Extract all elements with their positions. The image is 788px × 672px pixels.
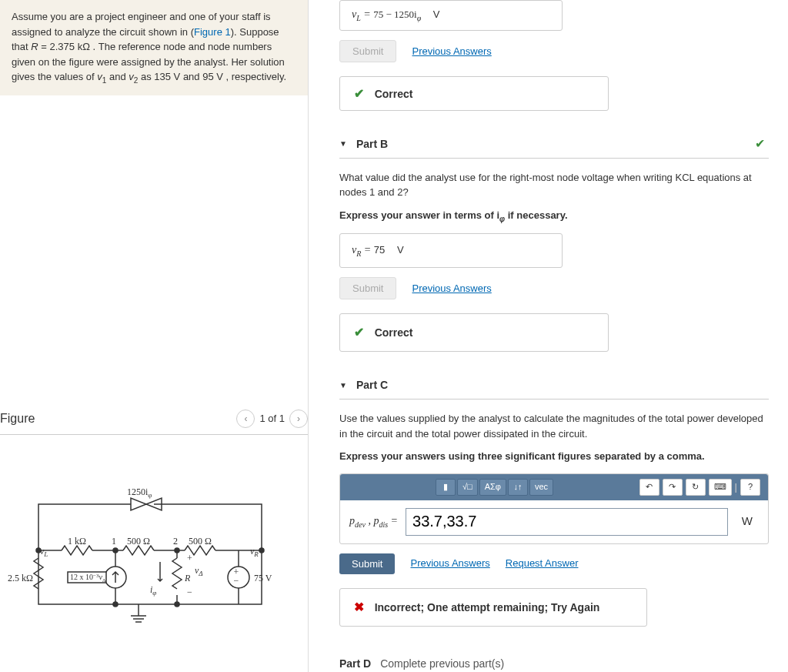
svg-text:vΔ: vΔ	[195, 565, 203, 577]
part-d-label: Part D	[339, 657, 371, 670]
part-b-instruction: What value did the analyst use for the r…	[339, 170, 769, 200]
previous-answers-link[interactable]: Previous Answers	[412, 281, 491, 296]
top-answer-section: vL = 75 − 1250iφ V Submit Previous Answe…	[339, 0, 769, 111]
previous-answers-link[interactable]: Previous Answers	[410, 556, 489, 571]
r-var: R	[31, 41, 38, 52]
svg-text:1 kΩ: 1 kΩ	[68, 536, 86, 547]
problem-text: as 135	[138, 71, 173, 82]
check-icon: ✔	[755, 136, 765, 151]
right-column: vL = 75 − 1250iφ V Submit Previous Answe…	[308, 0, 788, 672]
problem-text: = 2.375	[38, 41, 78, 52]
x-icon: ✖	[354, 600, 364, 613]
feedback-text: Correct	[375, 326, 413, 339]
part-b-bold: Express your answer in terms of iφ if ne…	[339, 208, 769, 225]
part-d-row: Part D Complete previous part(s)	[339, 646, 769, 672]
keyboard-button[interactable]: ⌨	[709, 479, 732, 496]
part-d-text: Complete previous part(s)	[380, 657, 504, 670]
svg-text:+: +	[187, 553, 192, 563]
submit-row: Submit Previous Answers Request Answer	[339, 553, 769, 574]
part-b-title: Part B	[356, 138, 388, 150]
unit: V	[174, 71, 181, 82]
svg-point-5	[113, 548, 118, 553]
svg-point-9	[113, 602, 118, 607]
check-icon: ✔	[354, 87, 364, 100]
next-figure-button[interactable]: ›	[289, 410, 308, 428]
svg-point-8	[259, 548, 264, 553]
figure-header: Figure ‹ 1 of 1 ›	[0, 403, 308, 435]
submit-button[interactable]: Submit	[339, 40, 396, 62]
svg-text:1: 1	[112, 536, 116, 547]
tool-sqrt[interactable]: √□	[457, 479, 478, 496]
svg-text:1250iφ: 1250iφ	[127, 486, 152, 499]
equation-editor: ▮ √□ ΑΣφ ↓↑ vec ↶ ↷ ↻ ⌨ | ?	[339, 473, 769, 544]
submit-row: Submit Previous Answers	[339, 277, 769, 299]
svg-text:75 V: 75 V	[254, 573, 272, 583]
tool-arrows[interactable]: ↓↑	[508, 479, 528, 496]
svg-text:−: −	[234, 575, 239, 586]
svg-text:2.5 kΩ: 2.5 kΩ	[8, 573, 33, 583]
feedback-correct: ✔ Correct	[339, 313, 609, 352]
tool-greek[interactable]: ΑΣφ	[479, 479, 506, 496]
unit: kΩ	[78, 41, 90, 52]
feedback-correct: ✔ Correct	[339, 76, 609, 111]
equation-toolbar: ▮ √□ ΑΣφ ↓↑ vec ↶ ↷ ↻ ⌨ | ?	[340, 474, 768, 500]
svg-marker-0	[131, 498, 146, 510]
submit-button[interactable]: Submit	[339, 553, 395, 574]
answer-input[interactable]	[406, 508, 728, 536]
tool-vec[interactable]: vec	[529, 479, 553, 496]
check-icon: ✔	[354, 326, 364, 339]
svg-text:2: 2	[173, 536, 178, 547]
figure-count: 1 of 1	[259, 413, 285, 424]
undo-button[interactable]: ↶	[639, 479, 659, 496]
svg-text:−: −	[187, 587, 192, 597]
submit-button[interactable]: Submit	[339, 277, 396, 299]
caret-down-icon: ▼	[339, 381, 347, 389]
feedback-incorrect: ✖ Incorrect; One attempt remaining; Try …	[339, 588, 647, 627]
unit-label: W	[736, 513, 759, 530]
svg-point-10	[175, 602, 179, 607]
request-answer-link[interactable]: Request Answer	[506, 556, 579, 571]
svg-text:iφ: iφ	[150, 584, 156, 597]
tool-templates[interactable]: ▮	[436, 479, 456, 496]
svg-text:500 Ω: 500 Ω	[189, 536, 212, 547]
equation-input-row: pdev , pdis = W	[340, 500, 768, 543]
svg-text:R: R	[184, 573, 191, 583]
part-c-instruction: Use the values supplied by the analyst t…	[339, 411, 769, 441]
feedback-text: Correct	[375, 88, 413, 100]
part-c-section: ▼ Part C Use the values supplied by the …	[339, 371, 769, 627]
part-b-section: ▼ Part B ✔ What value did the analyst us…	[339, 130, 769, 352]
svg-text:500 Ω: 500 Ω	[127, 536, 150, 547]
problem-text: , respectively.	[223, 71, 286, 82]
figure-title: Figure	[0, 412, 35, 426]
svg-text:vL: vL	[40, 546, 48, 558]
part-c-header[interactable]: ▼ Part C	[339, 371, 769, 400]
part-b-header[interactable]: ▼ Part B ✔	[339, 130, 769, 159]
problem-text: and	[106, 71, 129, 82]
left-column: Assume you are a project engineer and on…	[0, 0, 308, 672]
feedback-text: Incorrect; One attempt remaining; Try Ag…	[375, 601, 600, 613]
part-c-body: Use the values supplied by the analyst t…	[339, 400, 769, 627]
main-container: Assume you are a project engineer and on…	[0, 0, 788, 672]
redo-button[interactable]: ↷	[663, 479, 683, 496]
answer-display-vr: vR = 75 V	[339, 233, 563, 268]
circuit-diagram: 1250iφ 1 kΩ 1 500 Ω 2 500 Ω vL vR 2.5 kΩ…	[0, 473, 308, 645]
equation-label: pdev , pdis =	[349, 513, 398, 530]
figure-section: Figure ‹ 1 of 1 ›	[0, 403, 308, 645]
prev-figure-button[interactable]: ‹	[236, 410, 255, 428]
svg-text:vR: vR	[250, 546, 259, 558]
svg-point-6	[175, 548, 179, 553]
submit-row: Submit Previous Answers	[339, 40, 769, 62]
problem-text: and 95	[180, 71, 216, 82]
problem-statement: Assume you are a project engineer and on…	[0, 0, 308, 95]
caret-down-icon: ▼	[339, 139, 347, 148]
answer-display-vl: vL = 75 − 1250iφ V	[339, 0, 563, 31]
part-b-body: What value did the analyst use for the r…	[339, 159, 769, 352]
part-c-title: Part C	[356, 379, 388, 391]
figure-link[interactable]: Figure 1	[194, 26, 231, 38]
figure-nav: ‹ 1 of 1 ›	[236, 410, 308, 428]
unit: V	[216, 71, 223, 82]
part-c-bold: Express your answers using three signifi…	[339, 449, 769, 464]
help-button[interactable]: ?	[740, 479, 760, 496]
reset-button[interactable]: ↻	[686, 479, 706, 496]
previous-answers-link[interactable]: Previous Answers	[412, 45, 491, 57]
